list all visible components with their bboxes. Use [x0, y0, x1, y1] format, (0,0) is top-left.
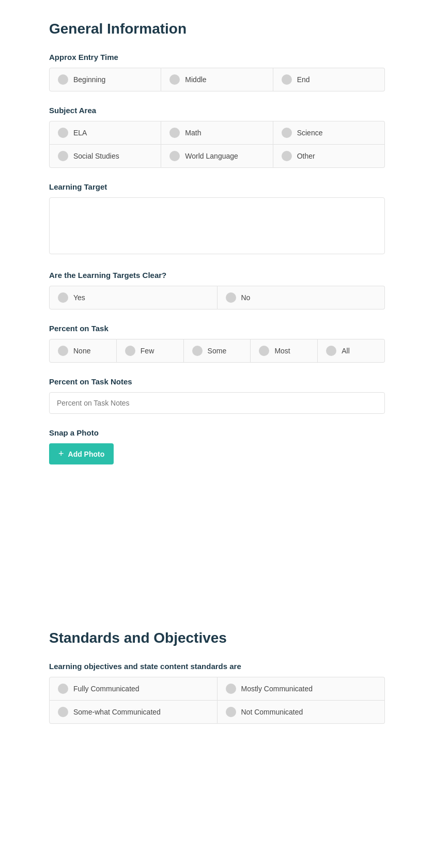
- subject-science[interactable]: Science: [273, 121, 385, 145]
- radio-circle: [226, 707, 236, 717]
- add-photo-label: Add Photo: [68, 450, 105, 458]
- not-communicated[interactable]: Not Communicated: [218, 700, 385, 724]
- entry-time-end[interactable]: End: [273, 68, 385, 91]
- standards-sub-label: Learning objectives and state content st…: [49, 662, 385, 671]
- entry-time-label: Approx Entry Time: [49, 53, 385, 61]
- subject-social-studies[interactable]: Social Studies: [49, 144, 161, 168]
- radio-circle: [125, 346, 135, 356]
- entry-time-middle-label: Middle: [185, 75, 206, 84]
- spacer: [49, 464, 385, 619]
- radio-circle: [58, 151, 68, 161]
- general-information-title: General Information: [49, 21, 385, 37]
- standards-row-2: Some-what Communicated Not Communicated: [49, 700, 385, 724]
- standards-title: Standards and Objectives: [49, 630, 385, 646]
- radio-circle: [226, 684, 236, 694]
- radio-circle: [169, 128, 180, 138]
- subject-math[interactable]: Math: [161, 121, 273, 145]
- learning-targets-yes[interactable]: Yes: [49, 286, 218, 309]
- percent-few[interactable]: Few: [117, 339, 184, 363]
- standards-grid: Fully Communicated Mostly Communicated S…: [49, 677, 385, 724]
- percent-few-label: Few: [141, 347, 154, 355]
- entry-time-beginning[interactable]: Beginning: [49, 68, 161, 91]
- percent-some-label: Some: [208, 347, 227, 355]
- subject-other-label: Other: [297, 152, 315, 160]
- fully-communicated-label: Fully Communicated: [73, 685, 140, 693]
- learning-targets-clear-label: Are the Learning Targets Clear?: [49, 271, 385, 280]
- subject-area-grid: ELA Math Science Social Studies World La…: [49, 121, 385, 168]
- add-photo-button[interactable]: + Add Photo: [49, 443, 114, 464]
- subject-ela[interactable]: ELA: [49, 121, 161, 145]
- radio-circle: [282, 151, 292, 161]
- not-communicated-label: Not Communicated: [241, 708, 303, 716]
- entry-time-beginning-label: Beginning: [73, 75, 105, 84]
- learning-target-label: Learning Target: [49, 182, 385, 191]
- percent-on-task-notes-label: Percent on Task Notes: [49, 377, 385, 386]
- percent-most-label: Most: [274, 347, 290, 355]
- subject-science-label: Science: [297, 129, 323, 137]
- radio-circle: [282, 128, 292, 138]
- subject-area-label: Subject Area: [49, 106, 385, 115]
- percent-most[interactable]: Most: [251, 339, 318, 363]
- percent-all-label: All: [342, 347, 350, 355]
- entry-time-group: Beginning Middle End: [49, 68, 385, 91]
- subject-math-label: Math: [185, 129, 201, 137]
- percent-on-task-group: None Few Some Most All: [49, 339, 385, 363]
- mostly-communicated-label: Mostly Communicated: [241, 685, 313, 693]
- radio-circle: [259, 346, 269, 356]
- radio-circle: [326, 346, 336, 356]
- learning-targets-no-label: No: [241, 293, 251, 302]
- radio-circle: [58, 346, 68, 356]
- percent-on-task-label: Percent on Task: [49, 324, 385, 333]
- snap-photo-label: Snap a Photo: [49, 428, 385, 437]
- radio-circle: [58, 74, 68, 85]
- percent-all[interactable]: All: [318, 339, 385, 363]
- percent-none-label: None: [73, 347, 90, 355]
- plus-icon: +: [58, 448, 64, 459]
- somewhat-communicated-label: Some-what Communicated: [73, 708, 161, 716]
- percent-some[interactable]: Some: [184, 339, 251, 363]
- somewhat-communicated[interactable]: Some-what Communicated: [49, 700, 218, 724]
- subject-world-language-label: World Language: [185, 152, 238, 160]
- standards-section: Standards and Objectives Learning object…: [49, 630, 385, 724]
- subject-other[interactable]: Other: [273, 144, 385, 168]
- radio-circle: [58, 292, 68, 303]
- radio-circle: [58, 128, 68, 138]
- radio-circle: [58, 684, 68, 694]
- radio-circle: [282, 74, 292, 85]
- radio-circle: [169, 151, 180, 161]
- standards-row-1: Fully Communicated Mostly Communicated: [49, 677, 385, 701]
- subject-ela-label: ELA: [73, 129, 87, 137]
- subject-social-studies-label: Social Studies: [73, 152, 119, 160]
- percent-none[interactable]: None: [49, 339, 117, 363]
- fully-communicated[interactable]: Fully Communicated: [49, 677, 218, 701]
- learning-targets-yes-label: Yes: [73, 293, 85, 302]
- radio-circle: [226, 292, 236, 303]
- subject-row-1: ELA Math Science: [49, 121, 385, 145]
- learning-targets-no[interactable]: No: [218, 286, 385, 309]
- radio-circle: [192, 346, 203, 356]
- radio-circle: [58, 707, 68, 717]
- radio-circle: [169, 74, 180, 85]
- percent-on-task-notes-input[interactable]: [49, 392, 385, 414]
- learning-target-textarea[interactable]: [49, 197, 385, 254]
- subject-world-language[interactable]: World Language: [161, 144, 273, 168]
- mostly-communicated[interactable]: Mostly Communicated: [218, 677, 385, 701]
- entry-time-end-label: End: [297, 75, 310, 84]
- subject-row-2: Social Studies World Language Other: [49, 144, 385, 168]
- learning-targets-clear-group: Yes No: [49, 286, 385, 309]
- entry-time-middle[interactable]: Middle: [161, 68, 273, 91]
